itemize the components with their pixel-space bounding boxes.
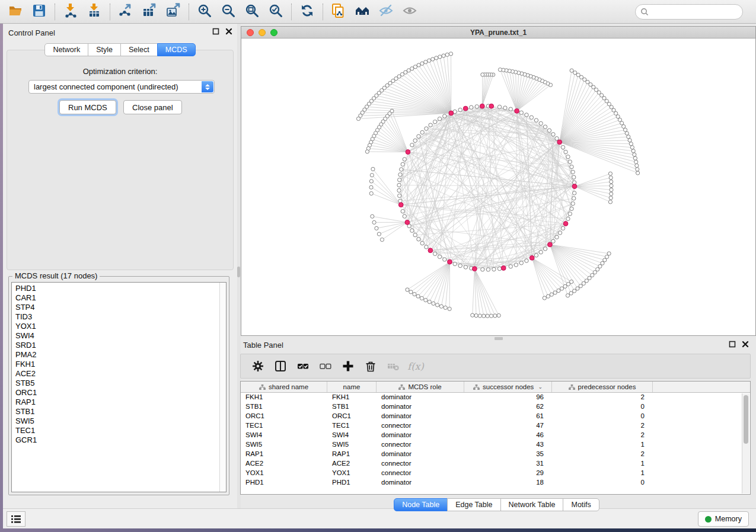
column-header-MCDS-role[interactable]: MCDS role bbox=[377, 382, 464, 392]
graph-node[interactable] bbox=[561, 145, 564, 149]
graph-leaf-node[interactable] bbox=[609, 176, 613, 180]
graph-leaf-node[interactable] bbox=[570, 69, 573, 72]
graph-node[interactable] bbox=[433, 252, 436, 255]
graph-node[interactable] bbox=[534, 254, 538, 257]
mcds-result-item[interactable]: YOX1 bbox=[15, 322, 226, 331]
graph-mcds-hub-node[interactable] bbox=[405, 220, 410, 225]
graph-leaf-node[interactable] bbox=[489, 314, 493, 318]
graph-leaf-node[interactable] bbox=[409, 290, 413, 294]
graph-node[interactable] bbox=[543, 247, 547, 251]
graph-node[interactable] bbox=[497, 267, 501, 270]
graph-leaf-node[interactable] bbox=[413, 292, 416, 296]
mcds-result-item[interactable]: STP4 bbox=[15, 303, 226, 312]
mcds-result-item[interactable]: SRD1 bbox=[15, 341, 226, 350]
import-table-button[interactable] bbox=[82, 2, 106, 22]
table-row[interactable]: ACE2ACE2connector311 bbox=[241, 459, 750, 469]
graph-node[interactable] bbox=[403, 214, 406, 218]
graph-leaf-node[interactable] bbox=[608, 200, 612, 204]
graph-leaf-node[interactable] bbox=[566, 294, 569, 297]
export-table-button[interactable] bbox=[138, 2, 161, 22]
mcds-result-item[interactable]: PHD1 bbox=[15, 284, 226, 293]
graph-mcds-hub-node[interactable] bbox=[406, 150, 410, 155]
graph-node[interactable] bbox=[443, 258, 446, 261]
graph-leaf-node[interactable] bbox=[474, 314, 478, 318]
graph-leaf-node[interactable] bbox=[448, 307, 451, 310]
mcds-result-item[interactable]: PMA2 bbox=[15, 350, 226, 360]
graph-leaf-node[interactable] bbox=[546, 294, 550, 298]
graph-leaf-node[interactable] bbox=[435, 56, 438, 60]
combo-stepper-icon[interactable] bbox=[202, 81, 213, 92]
graph-leaf-node[interactable] bbox=[416, 294, 420, 298]
delete-columns-button[interactable] bbox=[361, 356, 381, 376]
graph-leaf-node[interactable] bbox=[610, 180, 613, 184]
graph-leaf-node[interactable] bbox=[607, 252, 611, 255]
graph-mcds-hub-node[interactable] bbox=[557, 140, 562, 145]
graph-node[interactable] bbox=[401, 209, 404, 213]
graph-leaf-node[interactable] bbox=[486, 314, 489, 318]
graph-node[interactable] bbox=[503, 106, 507, 110]
graph-leaf-node[interactable] bbox=[629, 142, 633, 146]
graph-node[interactable] bbox=[458, 108, 462, 111]
graph-node[interactable] bbox=[566, 217, 570, 220]
column-header-predecessor-nodes[interactable]: predecessor nodes bbox=[552, 382, 653, 392]
select-all-button[interactable] bbox=[293, 356, 313, 376]
graph-leaf-node[interactable] bbox=[636, 171, 639, 175]
graph-leaf-node[interactable] bbox=[438, 55, 442, 59]
graph-node[interactable] bbox=[572, 197, 576, 200]
graph-leaf-node[interactable] bbox=[591, 273, 594, 277]
graph-leaf-node[interactable] bbox=[608, 172, 612, 175]
graph-leaf-node[interactable] bbox=[610, 192, 613, 196]
zoom-out-button[interactable] bbox=[216, 2, 240, 22]
graph-leaf-node[interactable] bbox=[431, 57, 435, 61]
table-row[interactable]: SWI5SWI5connector431 bbox=[241, 440, 750, 450]
graph-leaf-node[interactable] bbox=[432, 302, 435, 305]
graph-leaf-node[interactable] bbox=[370, 174, 374, 177]
graph-node[interactable] bbox=[410, 229, 414, 232]
graph-leaf-node[interactable] bbox=[550, 293, 553, 296]
graph-leaf-node[interactable] bbox=[406, 288, 409, 291]
graph-node[interactable] bbox=[539, 250, 543, 254]
graph-leaf-node[interactable] bbox=[436, 303, 439, 307]
mcds-result-item[interactable]: TEC1 bbox=[15, 426, 226, 435]
mcds-result-item[interactable]: FKH1 bbox=[15, 360, 226, 369]
graph-leaf-node[interactable] bbox=[557, 289, 560, 293]
graph-leaf-node[interactable] bbox=[498, 68, 502, 72]
graph-mcds-hub-node[interactable] bbox=[428, 248, 433, 253]
close-table-panel-icon[interactable] bbox=[742, 341, 749, 348]
tab-node-table[interactable]: Node Table bbox=[394, 498, 448, 511]
graph-node[interactable] bbox=[417, 238, 420, 241]
graph-node[interactable] bbox=[561, 226, 564, 230]
graph-node[interactable] bbox=[417, 134, 420, 138]
mcds-result-item[interactable]: SWI4 bbox=[15, 331, 226, 341]
graph-leaf-node[interactable] bbox=[356, 117, 360, 120]
graph-leaf-node[interactable] bbox=[605, 255, 608, 258]
mcds-result-item[interactable]: GCR1 bbox=[15, 435, 226, 445]
show-all-button[interactable] bbox=[398, 2, 422, 22]
graph-leaf-node[interactable] bbox=[623, 128, 627, 132]
graph-leaf-node[interactable] bbox=[631, 149, 635, 153]
graph-leaf-node[interactable] bbox=[420, 62, 424, 65]
graph-leaf-node[interactable] bbox=[372, 220, 376, 224]
graph-node[interactable] bbox=[413, 233, 417, 236]
graph-node[interactable] bbox=[551, 133, 555, 136]
table-row[interactable]: SWI4SWI4dominator462 bbox=[241, 431, 750, 440]
graph-node[interactable] bbox=[539, 121, 543, 125]
graph-node[interactable] bbox=[564, 150, 567, 153]
graph-node[interactable] bbox=[401, 162, 404, 166]
graph-node[interactable] bbox=[519, 111, 523, 114]
graph-node[interactable] bbox=[438, 255, 441, 258]
search-input[interactable] bbox=[652, 8, 744, 16]
mcds-result-item[interactable]: STB5 bbox=[15, 379, 226, 388]
graph-leaf-node[interactable] bbox=[481, 73, 484, 76]
export-image-button[interactable] bbox=[161, 2, 185, 22]
graph-node[interactable] bbox=[438, 117, 441, 120]
graph-leaf-node[interactable] bbox=[573, 289, 576, 293]
graph-node[interactable] bbox=[475, 105, 479, 108]
table-row[interactable]: FKH1FKH1dominator962 bbox=[241, 393, 750, 402]
graph-mcds-hub-node[interactable] bbox=[548, 242, 553, 247]
mcds-result-item[interactable]: ACE2 bbox=[15, 369, 226, 379]
graph-node[interactable] bbox=[534, 118, 538, 122]
graph-node[interactable] bbox=[529, 116, 533, 119]
graph-node[interactable] bbox=[410, 143, 414, 147]
graph-node[interactable] bbox=[397, 194, 401, 197]
